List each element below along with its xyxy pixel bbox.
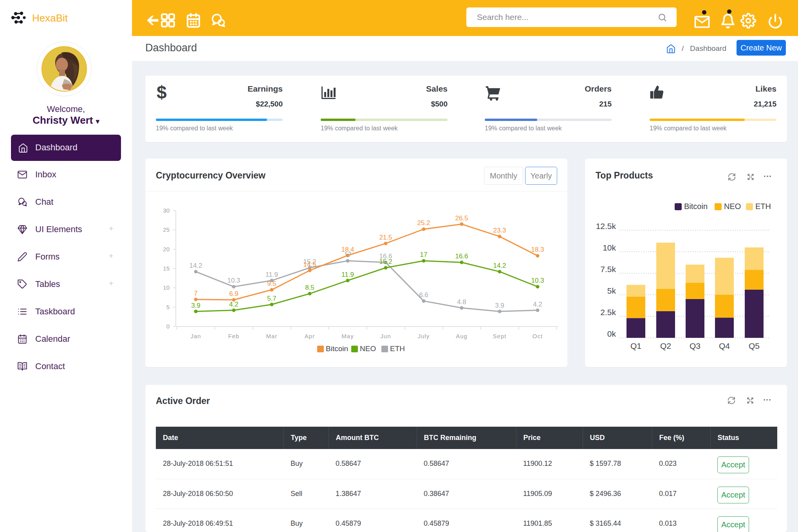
svg-text:21.5: 21.5 xyxy=(379,234,392,241)
svg-text:Feb: Feb xyxy=(228,333,240,339)
svg-text:NEO: NEO xyxy=(360,344,376,353)
svg-text:14.2: 14.2 xyxy=(493,262,506,269)
svg-text:11.9: 11.9 xyxy=(265,271,278,278)
svg-text:23.3: 23.3 xyxy=(493,227,506,234)
svg-text:8.5: 8.5 xyxy=(305,284,314,291)
svg-text:17: 17 xyxy=(420,251,428,258)
svg-text:Bitcoin: Bitcoin xyxy=(326,344,348,353)
svg-text:4.8: 4.8 xyxy=(457,298,466,306)
svg-text:14.2: 14.2 xyxy=(189,262,202,269)
svg-text:Q4: Q4 xyxy=(719,341,730,350)
svg-text:10.3: 10.3 xyxy=(531,277,544,284)
svg-text:10: 10 xyxy=(163,284,170,291)
svg-text:Bitcoin: Bitcoin xyxy=(684,202,708,211)
svg-text:16.6: 16.6 xyxy=(455,252,468,260)
svg-text:7: 7 xyxy=(194,290,197,297)
svg-text:Aug: Aug xyxy=(456,333,468,339)
svg-text:Jun: Jun xyxy=(380,333,391,339)
svg-text:6.9: 6.9 xyxy=(229,290,238,298)
svg-text:7.5k: 7.5k xyxy=(600,265,616,274)
svg-text:May: May xyxy=(341,333,354,339)
svg-text:5.7: 5.7 xyxy=(267,295,276,302)
svg-text:9.5: 9.5 xyxy=(267,280,276,287)
svg-text:3.9: 3.9 xyxy=(495,302,504,309)
svg-text:30: 30 xyxy=(163,207,170,214)
svg-text:15.2: 15.2 xyxy=(379,258,392,265)
svg-text:11.9: 11.9 xyxy=(341,271,354,278)
svg-text:18.4: 18.4 xyxy=(341,246,354,253)
svg-text:26.5: 26.5 xyxy=(455,215,468,222)
svg-text:July: July xyxy=(418,333,430,339)
svg-text:Q3: Q3 xyxy=(690,341,701,350)
svg-text:25: 25 xyxy=(163,226,170,233)
svg-text:Sept: Sept xyxy=(493,333,507,339)
svg-text:ETH: ETH xyxy=(755,202,771,211)
svg-text:ETH: ETH xyxy=(390,344,405,353)
svg-text:2.5k: 2.5k xyxy=(600,308,616,317)
svg-text:0: 0 xyxy=(166,323,170,330)
svg-text:10k: 10k xyxy=(603,243,616,252)
svg-text:15: 15 xyxy=(163,265,170,272)
svg-text:3.9: 3.9 xyxy=(191,302,200,309)
svg-text:0k: 0k xyxy=(607,329,616,338)
svg-text:6.6: 6.6 xyxy=(419,291,428,299)
svg-text:20: 20 xyxy=(163,246,170,252)
svg-text:NEO: NEO xyxy=(724,202,741,211)
svg-text:Q2: Q2 xyxy=(660,341,671,350)
svg-text:Jan: Jan xyxy=(190,333,201,339)
svg-text:Apr: Apr xyxy=(305,333,315,339)
svg-text:Oct: Oct xyxy=(533,333,543,339)
svg-text:5: 5 xyxy=(166,304,170,310)
svg-text:18.3: 18.3 xyxy=(531,246,544,253)
svg-text:Q1: Q1 xyxy=(630,341,641,350)
svg-text:4.2: 4.2 xyxy=(229,301,238,308)
svg-text:12.5k: 12.5k xyxy=(596,222,616,231)
svg-text:10.3: 10.3 xyxy=(227,277,240,284)
svg-text:25.2: 25.2 xyxy=(417,219,430,227)
svg-text:4.2: 4.2 xyxy=(533,301,542,308)
svg-text:Mar: Mar xyxy=(266,333,278,339)
svg-text:Q5: Q5 xyxy=(749,341,760,350)
svg-text:14.5: 14.5 xyxy=(303,261,316,268)
svg-text:5k: 5k xyxy=(607,286,616,295)
